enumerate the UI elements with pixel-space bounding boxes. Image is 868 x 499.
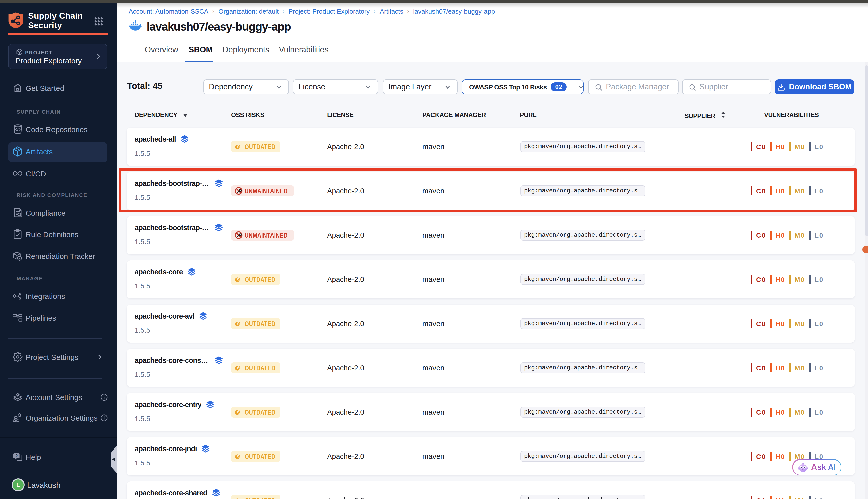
svg-text:?: ? <box>15 453 17 458</box>
